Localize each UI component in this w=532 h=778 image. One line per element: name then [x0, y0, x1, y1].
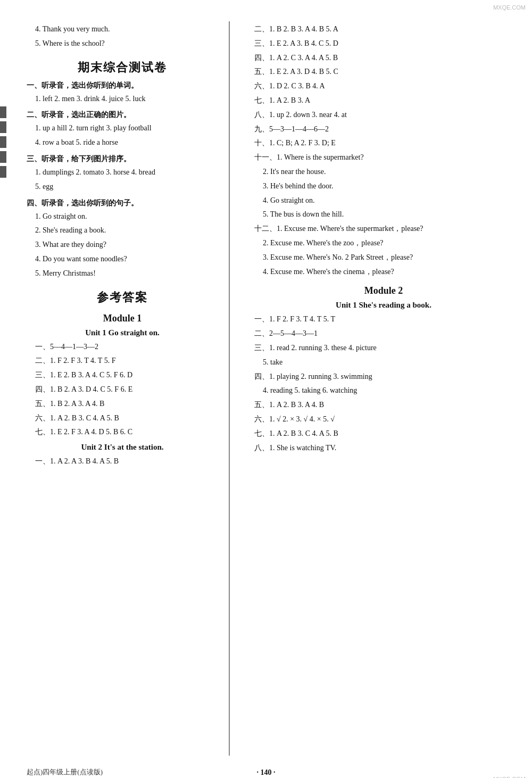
content-line: 四、1. playing 2. running 3. swimming: [254, 370, 521, 383]
right-column: 二、1. B 2. B 3. A 4. B 5. A三、1. E 2. A 3.…: [230, 16, 532, 756]
content-line: 3. What are they doing?: [35, 238, 218, 251]
content-line: 三、1. read 2. running 3. these 4. picture: [254, 342, 521, 354]
content-line: 2. She's reading a book.: [35, 224, 218, 237]
content-line: 五、1. E 2. A 3. D 4. B 5. C: [254, 65, 521, 78]
section-title-cn: 期末综合测试卷: [27, 60, 218, 76]
edge-mark-3: [0, 136, 6, 148]
edge-mark-5: [0, 166, 6, 178]
content-line-indent: 3. He's behind the door.: [263, 180, 521, 193]
unit-title: Unit 1 Go straight on.: [27, 328, 218, 337]
content-line: 八、1. up 2. down 3. near 4. at: [254, 109, 521, 121]
section-title-cn: 参考答案: [27, 289, 218, 305]
page-number: · 140 ·: [257, 768, 276, 777]
content-line: 五、1. B 2. A 3. A 4. B: [35, 398, 218, 410]
content-line: 六、1. D 2. C 3. B 4. A: [254, 80, 521, 93]
module-title: Module 2: [246, 285, 521, 296]
content-line: 一、1. F 2. F 3. T 4. T 5. T: [254, 313, 521, 326]
content-line: 一、5—4—1—3—2: [35, 341, 218, 353]
content-line: 五、1. A 2. B 3. A 4. B: [254, 399, 521, 411]
content-line-indent: 4. Go straight on.: [263, 194, 521, 207]
watermark-bottom: MXQE.COM: [493, 776, 526, 778]
unit-title: Unit 2 It's at the station.: [27, 443, 218, 452]
content-line: 二、2—5—4—3—1: [254, 327, 521, 340]
page: 4. Thank you very much.5. Where is the s…: [0, 0, 532, 778]
content-line: 4. Do you want some noodles?: [35, 253, 218, 266]
content-line: 七、1. E 2. F 3. A 4. D 5. B 6. C: [35, 426, 218, 438]
line: 5. Where is the school?: [35, 37, 218, 50]
content-line: 七、1. A 2. B 3. A: [254, 94, 521, 107]
content-line: 六、1. A 2. B 3. C 4. A 5. B: [35, 412, 218, 425]
edge-mark-1: [0, 106, 6, 118]
edge-mark-4: [0, 151, 6, 163]
content-line: 六、1. √ 2. × 3. √ 4. × 5. √: [254, 413, 521, 426]
edge-marks: [0, 106, 6, 180]
content-line-indent: 2. Excuse me. Where's the zoo，please?: [263, 237, 521, 250]
content-line-indent: 4. Excuse me. Where's the cinema，please?: [263, 266, 521, 278]
section-header: 三、听录音，给下列图片排序。: [27, 154, 218, 164]
content-line: 十二、1. Excuse me. Where's the supermarket…: [254, 222, 521, 235]
content-line: 三、1. E 2. B 3. A 4. C 5. F 6. D: [35, 369, 218, 382]
content-line: 1. up a hill 2. turn right 3. play footb…: [35, 122, 218, 135]
unit-title: Unit 1 She's reading a book.: [246, 301, 521, 310]
content-line: 1. dumplings 2. tomato 3. horse 4. bread: [35, 166, 218, 179]
content-line-indent: 3. Excuse me. Where's No. 2 Park Street，…: [263, 251, 521, 264]
content-line: 十一、1. Where is the supermarket?: [254, 151, 521, 164]
content-line: 二、1. F 2. F 3. T 4. T 5. F: [35, 354, 218, 367]
watermark-top: MXQE.COM: [493, 4, 526, 11]
content-line: 八、1. She is watching TV.: [254, 442, 521, 454]
section-header: 二、听录音，选出正确的图片。: [27, 110, 218, 120]
content-line: 九、5—3—1—4—6—2: [254, 123, 521, 136]
content-line-indent: 4. reading 5. taking 6. watching: [263, 384, 521, 397]
content-line: 1. left 2. men 3. drink 4. juice 5. luck: [35, 93, 218, 105]
content-line: 4. row a boat 5. ride a horse: [35, 136, 218, 149]
content-line: 七、1. A 2. B 3. C 4. A 5. B: [254, 427, 521, 440]
left-column: 4. Thank you very much.5. Where is the s…: [0, 16, 229, 756]
content-line: 四、1. B 2. A 3. D 4. C 5. F 6. E: [35, 383, 218, 396]
content-line-indent: 5. take: [263, 356, 521, 369]
content-line: 二、1. B 2. B 3. A 4. B 5. A: [254, 23, 521, 36]
content-line: 四、1. A 2. C 3. A 4. A 5. B: [254, 52, 521, 64]
content-line-indent: 5. The bus is down the hill.: [263, 208, 521, 221]
content-line-indent: 2. It's near the house.: [263, 165, 521, 178]
line: 4. Thank you very much.: [35, 23, 218, 36]
edge-mark-2: [0, 121, 6, 133]
content-line: 十、1. C; B; A 2. F 3. D; E: [254, 137, 521, 150]
content-line: 一、1. A 2. A 3. B 4. A 5. B: [35, 455, 218, 468]
content-line: 1. Go straight on.: [35, 210, 218, 223]
content-line: 5. egg: [35, 180, 218, 193]
section-header: 一、听录音，选出你听到的单词。: [27, 81, 218, 90]
footer-label: 起点)四年级上册(点读版): [27, 767, 103, 777]
content-line: 5. Merry Christmas!: [35, 267, 218, 280]
section-header: 四、听录音，选出你听到的句子。: [27, 198, 218, 208]
content-line: 三、1. E 2. A 3. B 4. C 5. D: [254, 37, 521, 50]
module-title: Module 1: [27, 313, 218, 324]
